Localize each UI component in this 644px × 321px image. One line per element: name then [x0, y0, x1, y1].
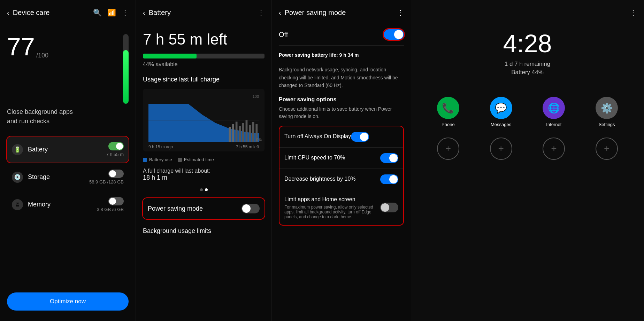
app-phone[interactable]: 📞 Phone: [425, 97, 471, 127]
score-bar-container: [123, 34, 129, 104]
device-care-topbar: ‹ Device care 🔍 📶 ⋮: [7, 8, 129, 17]
battery-bar-fill: [143, 54, 197, 58]
battery-label: Battery: [28, 146, 106, 153]
page-dots: [143, 188, 264, 191]
battery-svg-chart: [148, 100, 259, 142]
usage-section-title: Usage since last full charge: [143, 76, 264, 83]
power-saving-topbar: ‹ Power saving mode ⋮: [279, 8, 404, 17]
legend-estimated-label: Estimated time: [184, 157, 214, 162]
app-internet[interactable]: 🌐 Internet: [531, 97, 577, 127]
cpu-toggle[interactable]: [380, 153, 398, 163]
battery-back-button[interactable]: ‹: [143, 9, 145, 17]
chart-zero-label: 0%: [256, 138, 262, 142]
settings-label: Settings: [599, 122, 615, 127]
dot-1: [200, 188, 203, 191]
app-messages[interactable]: 💬 Messages: [478, 97, 524, 127]
power-saving-main-toggle[interactable]: [384, 29, 404, 40]
memory-toggle[interactable]: [108, 197, 124, 205]
signal-icon: 📶: [107, 8, 116, 17]
option-row-brightness[interactable]: Decrease brightness by 10%: [279, 169, 403, 190]
bg-usage-row[interactable]: Background usage limits: [143, 222, 264, 240]
menu-item-memory[interactable]: 🖥 Memory 3.8 GB /6 GB: [7, 191, 129, 218]
limit-apps-sublabel: For maximum power saving, allow only sel…: [284, 205, 380, 219]
phone-icon: 📞: [437, 97, 459, 119]
messages-icon: 💬: [490, 97, 512, 119]
power-saving-toggle[interactable]: [242, 204, 260, 213]
legend-dot-battery: [143, 158, 147, 162]
lock-time-display: 4:28: [418, 29, 637, 58]
battery-toggle[interactable]: [108, 142, 124, 150]
chart-right-label: 7 h 55 m left: [236, 144, 259, 149]
battery-life-info: Power saving battery life: 9 h 34 m: [279, 51, 404, 59]
battery-topbar-icons: ⋮: [258, 8, 264, 17]
search-icon[interactable]: 🔍: [93, 8, 102, 17]
legend-battery-use: Battery use: [143, 157, 172, 162]
storage-sub: 58.9 GB /128 GB: [89, 179, 124, 185]
power-saving-back-button[interactable]: ‹: [279, 9, 281, 17]
add-app-slot-4[interactable]: +: [596, 138, 618, 160]
app-settings[interactable]: ⚙️ Settings: [584, 97, 630, 127]
more-icon[interactable]: ⋮: [122, 8, 129, 17]
svg-rect-3: [236, 122, 238, 142]
plus-grid: + + + +: [418, 138, 637, 160]
add-app-slot-1[interactable]: +: [437, 138, 459, 160]
battery-progress-bar: [143, 54, 264, 58]
storage-toggle[interactable]: [108, 170, 124, 178]
svg-rect-6: [246, 120, 248, 142]
options-section-title: Power saving options: [279, 96, 404, 103]
off-label: Off: [279, 31, 384, 39]
option-row-aod[interactable]: Turn off Always On Display: [279, 126, 403, 148]
description-text: Background network usage, syncing, and l…: [279, 66, 404, 89]
menu-item-battery[interactable]: 🔋 Battery 7 h 55 m: [7, 136, 129, 163]
full-charge-section: A full charge will last about: 18 h 1 m: [143, 168, 264, 181]
add-app-slot-3[interactable]: +: [543, 138, 565, 160]
menu-item-storage[interactable]: 💿 Storage 58.9 GB /128 GB: [7, 164, 129, 190]
add-app-slot-2[interactable]: +: [490, 138, 512, 160]
lock-more-icon[interactable]: ⋮: [630, 9, 637, 16]
power-saving-label: Power saving mode: [148, 205, 242, 212]
limit-apps-text-block: Limit apps and Home screen For maximum p…: [284, 196, 380, 219]
legend-battery-label: Battery use: [149, 157, 172, 162]
full-charge-label: A full charge will last about:: [143, 168, 210, 174]
score-out-of: /100: [36, 52, 48, 59]
battery-pct-label: 44% available: [143, 61, 264, 68]
lock-battery: Battery 44%: [418, 69, 637, 76]
limit-apps-toggle[interactable]: [380, 203, 398, 212]
back-button[interactable]: ‹: [7, 9, 9, 17]
dot-2: [205, 188, 208, 191]
lock-remaining: 1 d 7 h remaining: [418, 61, 637, 68]
power-saving-mode-row[interactable]: Power saving mode: [143, 198, 264, 219]
power-saving-more-icon[interactable]: ⋮: [397, 8, 404, 17]
power-saving-options-box: Turn off Always On Display Limit CPU spe…: [279, 126, 404, 226]
chart-bottom-labels: 9 h 15 m ago 7 h 55 m left: [148, 144, 259, 149]
score-label: Close background appsand run checks: [7, 107, 129, 126]
settings-icon: ⚙️: [596, 97, 618, 119]
memory-label: Memory: [28, 201, 97, 208]
svg-rect-5: [242, 123, 244, 142]
score-bar: [123, 34, 129, 104]
svg-rect-1: [229, 127, 231, 142]
option-row-cpu[interactable]: Limit CPU speed to 70%: [279, 148, 403, 169]
chart-legend: Battery use Estimated time: [143, 157, 264, 162]
svg-rect-8: [252, 122, 254, 142]
score-bar-fill: [123, 50, 129, 104]
optimize-button[interactable]: Optimize now: [7, 292, 129, 311]
option-label-aod: Turn off Always On Display: [284, 133, 351, 140]
legend-dot-estimated: [178, 158, 182, 162]
battery-time-display: 7 h 55 m left: [143, 31, 264, 48]
battery-more-icon[interactable]: ⋮: [258, 8, 264, 17]
option-row-limit-apps[interactable]: Limit apps and Home screen For maximum p…: [279, 190, 403, 225]
bg-usage-label: Background usage limits: [143, 227, 211, 234]
battery-chart: 100 9 h 15 m ago 7 h 55 m left 0%: [143, 89, 264, 151]
brightness-toggle[interactable]: [380, 174, 398, 184]
aod-toggle[interactable]: [351, 132, 369, 142]
power-saving-panel: ‹ Power saving mode ⋮ Off Power saving b…: [272, 0, 411, 321]
lock-screen-more[interactable]: ⋮: [630, 8, 637, 17]
storage-right: 58.9 GB /128 GB: [89, 170, 124, 185]
battery-topbar: ‹ Battery ⋮: [143, 8, 264, 17]
storage-icon: 💿: [12, 172, 23, 183]
power-saving-title: Power saving mode: [285, 9, 393, 17]
battery-panel: ‹ Battery ⋮ 7 h 55 m left 44% available …: [136, 0, 272, 321]
memory-sub: 3.8 GB /6 GB: [97, 207, 124, 212]
internet-icon: 🌐: [543, 97, 565, 119]
